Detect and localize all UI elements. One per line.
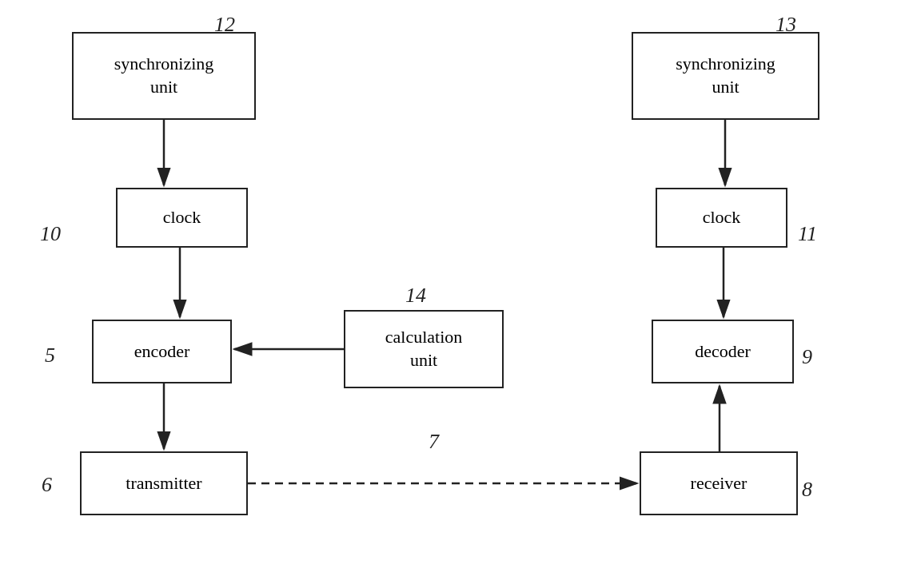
label-8: 8 [802, 478, 812, 502]
label-5: 5 [45, 344, 55, 368]
sync-unit-left: synchronizingunit [72, 32, 256, 120]
label-11: 11 [798, 222, 817, 246]
diagram: synchronizingunit clock encoder transmit… [0, 0, 897, 588]
label-6: 6 [42, 473, 52, 497]
transmitter: transmitter [80, 451, 248, 515]
clock-right: clock [656, 188, 787, 248]
decoder: decoder [652, 320, 794, 383]
label-13: 13 [775, 13, 796, 37]
label-12: 12 [214, 13, 235, 37]
label-9: 9 [802, 345, 812, 369]
encoder: encoder [92, 320, 232, 383]
label-10: 10 [40, 222, 61, 246]
calculation-unit: calculationunit [344, 310, 504, 388]
clock-left: clock [116, 188, 248, 248]
label-7: 7 [429, 430, 439, 454]
sync-unit-right: synchronizingunit [632, 32, 819, 120]
receiver: receiver [640, 451, 798, 515]
label-14: 14 [405, 284, 426, 308]
